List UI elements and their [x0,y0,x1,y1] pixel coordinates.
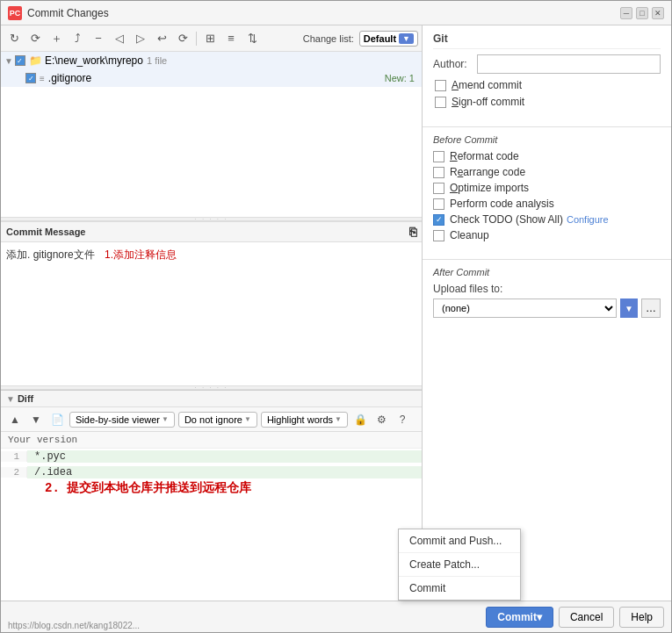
history-button[interactable]: ⟳ [25,29,45,48]
commit-push-item[interactable]: Commit and Push... [399,529,520,553]
rollback-button[interactable]: ⟳ [173,29,192,48]
diff-collapse-icon: ▼ [6,394,15,404]
changelist-arrow-icon: ▼ [399,33,414,44]
titlebar: PC Commit Changes ─ □ ✕ [1,1,671,25]
commit-msg-chinese: 添加. gitignore文件 [6,248,95,261]
diff-line-content-1: *.pyc [27,450,422,463]
file-row-gitignore[interactable]: ✓ ≡ .gitignore New: 1 [1,69,422,87]
commit-msg-title: Commit Message [6,227,85,237]
left-panel: ↻ ⟳ ＋ ⤴ − ◁ ▷ ↩ ⟳ ⊞ ≡ ⇅ Change list: Def… [1,25,423,601]
after-commit-title: After Commit [433,267,661,277]
viewer-dropdown-arrow: ▼ [162,415,169,423]
perform-checkbox[interactable] [433,198,444,210]
before-commit-section: Before Commit Reformat code Rearrange co… [423,134,671,252]
diff-line-num-2: 2 [1,467,27,478]
ignore-dropdown[interactable]: Do not ignore ▼ [178,412,257,428]
diff-up-button[interactable]: ▲ [6,411,24,428]
check-todo-label: Check TODO (Show All) [450,213,563,226]
highlight-dropdown[interactable]: Highlight words ▼ [261,412,348,428]
sign-off-label: Sign-off commit [452,96,524,108]
maximize-button[interactable]: □ [636,7,648,19]
commit-message-area[interactable]: 添加. gitignore文件 1.添加注释信息 [1,242,422,386]
changelist-dropdown[interactable]: Default ▼ [359,31,418,47]
rearrange-row: Rearrange code [433,166,661,178]
cleanup-row: Cleanup [433,229,661,241]
upload-more-button[interactable]: … [641,299,661,318]
sign-off-checkbox[interactable] [435,97,446,108]
refresh-button[interactable]: ↻ [4,29,24,48]
before-commit-title: Before Commit [433,134,661,145]
diff-file-button[interactable]: 📄 [48,411,66,428]
upload-arrow-button[interactable]: ▼ [620,299,638,318]
viewer-dropdown[interactable]: Side-by-side viewer ▼ [69,412,175,428]
remove-button[interactable]: − [89,29,108,48]
cleanup-label: Cleanup [450,229,489,241]
file-checkbox[interactable]: ✓ [25,73,36,83]
window-title: Commit Changes [27,7,615,19]
close-button[interactable]: ✕ [652,7,664,19]
tree-root-row[interactable]: ▼ ✓ 📁 E:\new_work\myrepo 1 file [1,52,422,69]
collapse-icon: ▼ [4,56,13,66]
commit-changes-window: PC Commit Changes ─ □ ✕ ↻ ⟳ ＋ ⤴ − ◁ ▷ ↩ … [0,0,672,633]
move-button[interactable]: ⤴ [68,29,87,48]
help-icon-button[interactable]: ? [394,411,411,428]
settings-icon-button[interactable]: ⚙ [372,411,390,428]
create-patch-item[interactable]: Create Patch... [399,553,520,577]
app-icon: PC [8,6,22,20]
help-button[interactable]: Help [619,607,664,628]
cleanup-checkbox[interactable] [433,230,444,241]
group-button[interactable]: ≡ [221,29,241,48]
folder-icon: 📁 [29,54,42,67]
undo-button[interactable]: ↩ [152,29,171,48]
file-toolbar: ↻ ⟳ ＋ ⤴ − ◁ ▷ ↩ ⟳ ⊞ ≡ ⇅ Change list: Def… [1,25,422,52]
nav-next-button[interactable]: ▷ [131,29,150,48]
highlight-dropdown-label: Highlight words [267,414,333,425]
perform-label: Perform code analysis [450,198,554,210]
check-todo-checkbox[interactable] [433,214,444,226]
optimize-row: Optimize imports [433,182,661,194]
git-section: Git Author: Amend commit Sign-off commit [423,25,671,119]
configure-link[interactable]: Configure [567,214,609,225]
author-field: Author: [433,54,661,74]
upload-dropdown[interactable]: (none) [433,299,617,318]
upload-label: Upload files to: [433,283,661,295]
sort-button[interactable]: ⇅ [242,29,262,48]
root-checkbox[interactable]: ✓ [15,55,25,66]
diff-line-content-2: /.idea [27,466,422,478]
root-file-count: 1 file [147,55,167,66]
file-tree: ▼ ✓ 📁 E:\new_work\myrepo 1 file ✓ ≡ .git… [1,52,422,217]
root-path: E:\new_work\myrepo [45,54,143,67]
diff-line-1: 1 *.pyc [1,449,422,464]
amend-commit-checkbox[interactable] [435,80,446,91]
new-badge: New: 1 [385,73,418,83]
diff-line-2: 2 /.idea [1,464,422,480]
perform-row: Perform code analysis [433,198,661,210]
reformat-label: Reformat code [450,150,519,162]
annotation-text: 2. 提交到本地仓库并推送到远程仓库 [45,480,251,496]
commit-message-section: Commit Message ⎘ 添加. gitignore文件 1.添加注释信… [1,221,422,386]
optimize-checkbox[interactable] [433,183,444,194]
commit-button[interactable]: Commit▾ [486,607,553,628]
rearrange-checkbox[interactable] [433,167,444,178]
nav-prev-button[interactable]: ◁ [110,29,129,48]
right-panel: Git Author: Amend commit Sign-off commit… [423,25,671,601]
after-commit-section: After Commit Upload files to: (none) ▼ … [423,267,671,318]
copy-icon[interactable]: ⎘ [409,225,416,239]
main-content: ↻ ⟳ ＋ ⤴ − ◁ ▷ ↩ ⟳ ⊞ ≡ ⇅ Change list: Def… [1,25,671,601]
check-todo-row: Check TODO (Show All) Configure [433,213,661,226]
add-button[interactable]: ＋ [47,29,66,48]
toolbar-separator [196,32,197,46]
minimize-button[interactable]: ─ [620,7,632,19]
section-separator-2 [423,259,671,260]
amend-commit-label: Amend commit [452,79,522,91]
diff-header: ▼ Diff [1,391,422,407]
reformat-checkbox[interactable] [433,151,444,162]
cancel-button[interactable]: Cancel [559,607,614,628]
commit-item[interactable]: Commit [399,577,520,600]
lock-icon-button[interactable]: 🔒 [351,411,369,428]
view-button[interactable]: ⊞ [200,29,220,48]
author-input[interactable] [477,54,661,74]
diff-down-button[interactable]: ▼ [27,411,45,428]
commit-message-header: Commit Message ⎘ [1,221,422,242]
diff-version-label: Your version [1,432,422,449]
